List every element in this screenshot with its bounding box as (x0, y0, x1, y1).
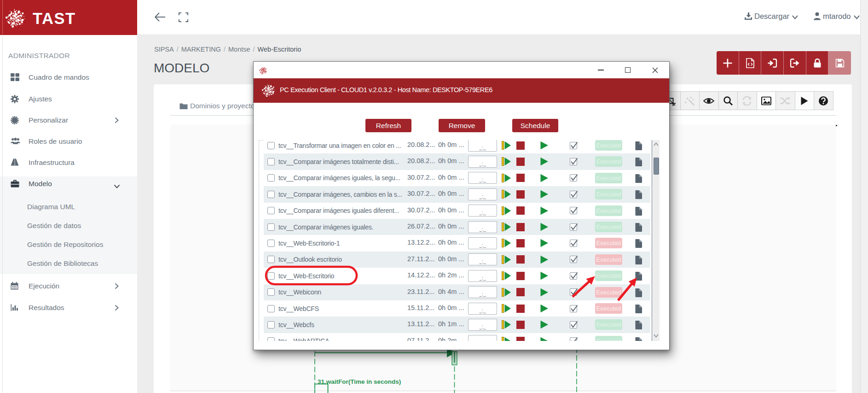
svg-text:31.waitFor(Time in seconds): 31.waitFor(Time in seconds) (318, 378, 401, 385)
